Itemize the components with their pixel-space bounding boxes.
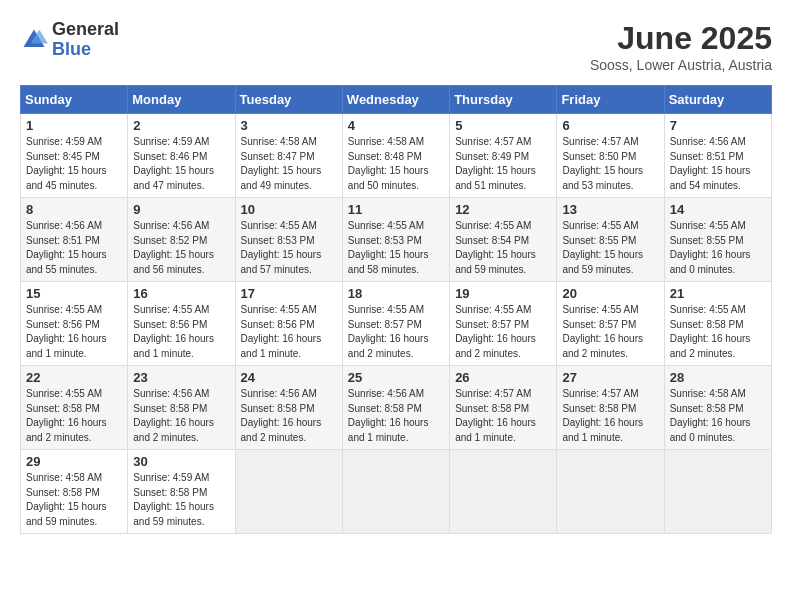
month-title: June 2025 bbox=[590, 20, 772, 57]
day-content: Sunrise: 4:55 AM Sunset: 8:58 PM Dayligh… bbox=[670, 303, 766, 361]
day-number: 11 bbox=[348, 202, 444, 217]
day-content: Sunrise: 4:59 AM Sunset: 8:46 PM Dayligh… bbox=[133, 135, 229, 193]
calendar-header-tuesday: Tuesday bbox=[235, 86, 342, 114]
day-number: 28 bbox=[670, 370, 766, 385]
calendar-cell: 13Sunrise: 4:55 AM Sunset: 8:55 PM Dayli… bbox=[557, 198, 664, 282]
day-number: 6 bbox=[562, 118, 658, 133]
day-number: 19 bbox=[455, 286, 551, 301]
calendar-week-4: 22Sunrise: 4:55 AM Sunset: 8:58 PM Dayli… bbox=[21, 366, 772, 450]
calendar-header-saturday: Saturday bbox=[664, 86, 771, 114]
title-block: June 2025 Sooss, Lower Austria, Austria bbox=[590, 20, 772, 73]
calendar-cell: 5Sunrise: 4:57 AM Sunset: 8:49 PM Daylig… bbox=[450, 114, 557, 198]
calendar-cell: 8Sunrise: 4:56 AM Sunset: 8:51 PM Daylig… bbox=[21, 198, 128, 282]
day-content: Sunrise: 4:55 AM Sunset: 8:53 PM Dayligh… bbox=[348, 219, 444, 277]
day-number: 8 bbox=[26, 202, 122, 217]
day-number: 29 bbox=[26, 454, 122, 469]
day-content: Sunrise: 4:55 AM Sunset: 8:57 PM Dayligh… bbox=[348, 303, 444, 361]
logo-icon bbox=[20, 26, 48, 54]
day-content: Sunrise: 4:57 AM Sunset: 8:58 PM Dayligh… bbox=[562, 387, 658, 445]
day-content: Sunrise: 4:55 AM Sunset: 8:56 PM Dayligh… bbox=[133, 303, 229, 361]
calendar-cell: 4Sunrise: 4:58 AM Sunset: 8:48 PM Daylig… bbox=[342, 114, 449, 198]
day-number: 16 bbox=[133, 286, 229, 301]
day-number: 5 bbox=[455, 118, 551, 133]
calendar-cell bbox=[342, 450, 449, 534]
calendar-header-friday: Friday bbox=[557, 86, 664, 114]
calendar-week-3: 15Sunrise: 4:55 AM Sunset: 8:56 PM Dayli… bbox=[21, 282, 772, 366]
day-content: Sunrise: 4:58 AM Sunset: 8:58 PM Dayligh… bbox=[670, 387, 766, 445]
calendar-cell: 11Sunrise: 4:55 AM Sunset: 8:53 PM Dayli… bbox=[342, 198, 449, 282]
day-number: 15 bbox=[26, 286, 122, 301]
calendar-cell: 21Sunrise: 4:55 AM Sunset: 8:58 PM Dayli… bbox=[664, 282, 771, 366]
calendar-table: SundayMondayTuesdayWednesdayThursdayFrid… bbox=[20, 85, 772, 534]
day-number: 1 bbox=[26, 118, 122, 133]
calendar-cell bbox=[557, 450, 664, 534]
calendar-cell bbox=[235, 450, 342, 534]
calendar-cell bbox=[664, 450, 771, 534]
calendar-cell: 10Sunrise: 4:55 AM Sunset: 8:53 PM Dayli… bbox=[235, 198, 342, 282]
calendar-cell: 22Sunrise: 4:55 AM Sunset: 8:58 PM Dayli… bbox=[21, 366, 128, 450]
calendar-cell: 15Sunrise: 4:55 AM Sunset: 8:56 PM Dayli… bbox=[21, 282, 128, 366]
day-content: Sunrise: 4:55 AM Sunset: 8:58 PM Dayligh… bbox=[26, 387, 122, 445]
day-number: 20 bbox=[562, 286, 658, 301]
day-content: Sunrise: 4:57 AM Sunset: 8:50 PM Dayligh… bbox=[562, 135, 658, 193]
day-content: Sunrise: 4:55 AM Sunset: 8:56 PM Dayligh… bbox=[241, 303, 337, 361]
calendar-week-5: 29Sunrise: 4:58 AM Sunset: 8:58 PM Dayli… bbox=[21, 450, 772, 534]
calendar-body: 1Sunrise: 4:59 AM Sunset: 8:45 PM Daylig… bbox=[21, 114, 772, 534]
header-row: SundayMondayTuesdayWednesdayThursdayFrid… bbox=[21, 86, 772, 114]
calendar-cell: 2Sunrise: 4:59 AM Sunset: 8:46 PM Daylig… bbox=[128, 114, 235, 198]
day-content: Sunrise: 4:56 AM Sunset: 8:51 PM Dayligh… bbox=[26, 219, 122, 277]
calendar-cell: 26Sunrise: 4:57 AM Sunset: 8:58 PM Dayli… bbox=[450, 366, 557, 450]
logo-text: General Blue bbox=[52, 20, 119, 60]
calendar-week-1: 1Sunrise: 4:59 AM Sunset: 8:45 PM Daylig… bbox=[21, 114, 772, 198]
day-number: 2 bbox=[133, 118, 229, 133]
calendar-cell: 16Sunrise: 4:55 AM Sunset: 8:56 PM Dayli… bbox=[128, 282, 235, 366]
day-content: Sunrise: 4:55 AM Sunset: 8:55 PM Dayligh… bbox=[670, 219, 766, 277]
calendar-cell: 12Sunrise: 4:55 AM Sunset: 8:54 PM Dayli… bbox=[450, 198, 557, 282]
calendar-header-wednesday: Wednesday bbox=[342, 86, 449, 114]
day-content: Sunrise: 4:56 AM Sunset: 8:52 PM Dayligh… bbox=[133, 219, 229, 277]
calendar-cell: 1Sunrise: 4:59 AM Sunset: 8:45 PM Daylig… bbox=[21, 114, 128, 198]
calendar-cell bbox=[450, 450, 557, 534]
day-content: Sunrise: 4:56 AM Sunset: 8:51 PM Dayligh… bbox=[670, 135, 766, 193]
day-number: 13 bbox=[562, 202, 658, 217]
calendar-cell: 30Sunrise: 4:59 AM Sunset: 8:58 PM Dayli… bbox=[128, 450, 235, 534]
calendar-header: SundayMondayTuesdayWednesdayThursdayFrid… bbox=[21, 86, 772, 114]
calendar-cell: 24Sunrise: 4:56 AM Sunset: 8:58 PM Dayli… bbox=[235, 366, 342, 450]
calendar-header-sunday: Sunday bbox=[21, 86, 128, 114]
day-number: 10 bbox=[241, 202, 337, 217]
day-number: 26 bbox=[455, 370, 551, 385]
day-number: 4 bbox=[348, 118, 444, 133]
calendar-week-2: 8Sunrise: 4:56 AM Sunset: 8:51 PM Daylig… bbox=[21, 198, 772, 282]
calendar-cell: 23Sunrise: 4:56 AM Sunset: 8:58 PM Dayli… bbox=[128, 366, 235, 450]
calendar-cell: 9Sunrise: 4:56 AM Sunset: 8:52 PM Daylig… bbox=[128, 198, 235, 282]
day-content: Sunrise: 4:56 AM Sunset: 8:58 PM Dayligh… bbox=[133, 387, 229, 445]
calendar-cell: 28Sunrise: 4:58 AM Sunset: 8:58 PM Dayli… bbox=[664, 366, 771, 450]
day-content: Sunrise: 4:55 AM Sunset: 8:53 PM Dayligh… bbox=[241, 219, 337, 277]
day-content: Sunrise: 4:57 AM Sunset: 8:49 PM Dayligh… bbox=[455, 135, 551, 193]
logo-blue-label: Blue bbox=[52, 40, 119, 60]
calendar-cell: 29Sunrise: 4:58 AM Sunset: 8:58 PM Dayli… bbox=[21, 450, 128, 534]
day-number: 12 bbox=[455, 202, 551, 217]
day-content: Sunrise: 4:59 AM Sunset: 8:58 PM Dayligh… bbox=[133, 471, 229, 529]
calendar-cell: 20Sunrise: 4:55 AM Sunset: 8:57 PM Dayli… bbox=[557, 282, 664, 366]
day-number: 9 bbox=[133, 202, 229, 217]
calendar-cell: 27Sunrise: 4:57 AM Sunset: 8:58 PM Dayli… bbox=[557, 366, 664, 450]
calendar-cell: 19Sunrise: 4:55 AM Sunset: 8:57 PM Dayli… bbox=[450, 282, 557, 366]
calendar-cell: 25Sunrise: 4:56 AM Sunset: 8:58 PM Dayli… bbox=[342, 366, 449, 450]
calendar-cell: 18Sunrise: 4:55 AM Sunset: 8:57 PM Dayli… bbox=[342, 282, 449, 366]
day-content: Sunrise: 4:55 AM Sunset: 8:57 PM Dayligh… bbox=[455, 303, 551, 361]
day-number: 24 bbox=[241, 370, 337, 385]
calendar-cell: 14Sunrise: 4:55 AM Sunset: 8:55 PM Dayli… bbox=[664, 198, 771, 282]
day-number: 14 bbox=[670, 202, 766, 217]
day-number: 27 bbox=[562, 370, 658, 385]
page-header: General Blue June 2025 Sooss, Lower Aust… bbox=[20, 20, 772, 73]
logo: General Blue bbox=[20, 20, 119, 60]
day-number: 22 bbox=[26, 370, 122, 385]
day-number: 23 bbox=[133, 370, 229, 385]
calendar-cell: 6Sunrise: 4:57 AM Sunset: 8:50 PM Daylig… bbox=[557, 114, 664, 198]
calendar-header-thursday: Thursday bbox=[450, 86, 557, 114]
day-number: 3 bbox=[241, 118, 337, 133]
location-label: Sooss, Lower Austria, Austria bbox=[590, 57, 772, 73]
day-content: Sunrise: 4:58 AM Sunset: 8:48 PM Dayligh… bbox=[348, 135, 444, 193]
day-content: Sunrise: 4:58 AM Sunset: 8:47 PM Dayligh… bbox=[241, 135, 337, 193]
